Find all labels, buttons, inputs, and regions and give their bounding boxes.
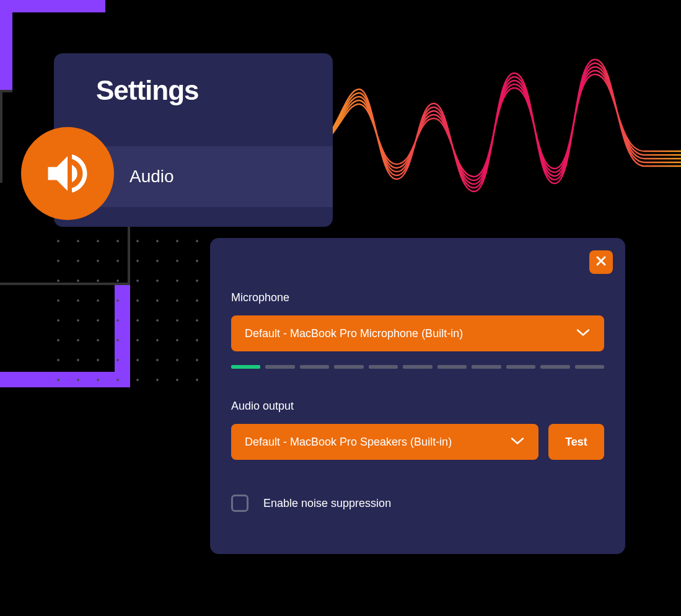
- meter-segment: [231, 365, 260, 369]
- microphone-selected-value: Default - MacBook Pro Microphone (Built-…: [245, 327, 463, 340]
- meter-segment: [540, 365, 569, 369]
- meter-segment: [265, 365, 294, 369]
- meter-segment: [369, 365, 398, 369]
- settings-title: Settings: [54, 53, 333, 106]
- noise-suppression-label: Enable noise suppression: [263, 497, 391, 510]
- waveform-decoration: [310, 55, 681, 216]
- noise-suppression-checkbox[interactable]: [231, 495, 248, 512]
- meter-segment: [403, 365, 432, 369]
- audio-output-selected-value: Default - MacBook Pro Speakers (Built-in…: [245, 436, 452, 449]
- microphone-level-meter: [231, 365, 604, 369]
- audio-output-label: Audio output: [231, 400, 604, 413]
- meter-segment: [575, 365, 604, 369]
- audio-output-select[interactable]: Default - MacBook Pro Speakers (Built-in…: [231, 424, 538, 460]
- sidebar-item-label: Audio: [130, 167, 174, 187]
- close-button[interactable]: [589, 250, 613, 274]
- meter-segment: [437, 365, 467, 369]
- meter-segment: [506, 365, 535, 369]
- test-button-label: Test: [565, 436, 587, 449]
- close-icon: [595, 255, 607, 269]
- meter-segment: [472, 365, 501, 369]
- decor-dot-grid: [48, 231, 209, 392]
- audio-settings-panel: Microphone Default - MacBook Pro Microph…: [210, 238, 625, 554]
- test-audio-button[interactable]: Test: [548, 424, 604, 460]
- chevron-down-icon: [576, 327, 591, 340]
- speaker-icon: [21, 127, 114, 220]
- chevron-down-icon: [510, 436, 525, 449]
- meter-segment: [300, 365, 329, 369]
- meter-segment: [334, 365, 363, 369]
- microphone-select[interactable]: Default - MacBook Pro Microphone (Built-…: [231, 315, 604, 351]
- microphone-label: Microphone: [231, 291, 604, 304]
